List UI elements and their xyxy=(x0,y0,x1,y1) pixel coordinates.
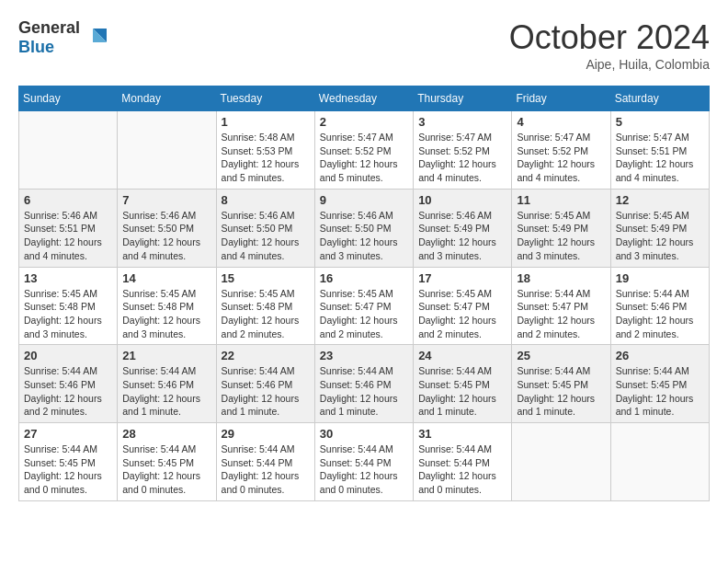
calendar-body: 1Sunrise: 5:48 AM Sunset: 5:53 PM Daylig… xyxy=(19,111,710,501)
calendar-cell: 30Sunrise: 5:44 AM Sunset: 5:44 PM Dayli… xyxy=(314,423,413,501)
calendar-week-5: 27Sunrise: 5:44 AM Sunset: 5:45 PM Dayli… xyxy=(19,423,710,501)
calendar-cell xyxy=(512,423,610,501)
day-info: Sunrise: 5:47 AM Sunset: 5:51 PM Dayligh… xyxy=(616,131,704,185)
calendar-cell: 27Sunrise: 5:44 AM Sunset: 5:45 PM Dayli… xyxy=(19,423,118,501)
calendar-cell: 21Sunrise: 5:44 AM Sunset: 5:46 PM Dayli… xyxy=(118,345,216,423)
calendar-week-1: 1Sunrise: 5:48 AM Sunset: 5:53 PM Daylig… xyxy=(19,111,710,190)
day-number: 12 xyxy=(616,193,704,207)
day-number: 26 xyxy=(616,349,704,362)
day-info: Sunrise: 5:44 AM Sunset: 5:44 PM Dayligh… xyxy=(222,442,310,497)
day-number: 22 xyxy=(222,349,310,362)
calendar-cell: 16Sunrise: 5:45 AM Sunset: 5:47 PM Dayli… xyxy=(314,267,413,345)
calendar-cell: 5Sunrise: 5:47 AM Sunset: 5:51 PM Daylig… xyxy=(610,111,709,190)
calendar-cell: 14Sunrise: 5:45 AM Sunset: 5:48 PM Dayli… xyxy=(118,267,216,345)
calendar-cell: 7Sunrise: 5:46 AM Sunset: 5:50 PM Daylig… xyxy=(118,189,216,267)
logo-text: General Blue xyxy=(18,18,80,57)
weekday-header-thursday: Thursday xyxy=(414,86,512,111)
calendar-cell: 9Sunrise: 5:46 AM Sunset: 5:50 PM Daylig… xyxy=(314,189,413,267)
day-number: 23 xyxy=(320,349,408,362)
calendar-cell: 13Sunrise: 5:45 AM Sunset: 5:48 PM Dayli… xyxy=(19,267,118,345)
day-info: Sunrise: 5:45 AM Sunset: 5:49 PM Dayligh… xyxy=(616,209,704,263)
day-info: Sunrise: 5:44 AM Sunset: 5:46 PM Dayligh… xyxy=(616,287,704,341)
calendar-cell xyxy=(118,111,216,190)
calendar-week-2: 6Sunrise: 5:46 AM Sunset: 5:51 PM Daylig… xyxy=(19,189,710,267)
day-info: Sunrise: 5:44 AM Sunset: 5:46 PM Dayligh… xyxy=(122,364,210,419)
calendar-cell: 15Sunrise: 5:45 AM Sunset: 5:48 PM Dayli… xyxy=(216,267,314,345)
calendar-cell: 18Sunrise: 5:44 AM Sunset: 5:47 PM Dayli… xyxy=(512,267,610,345)
day-info: Sunrise: 5:45 AM Sunset: 5:48 PM Dayligh… xyxy=(222,287,310,341)
calendar-cell: 17Sunrise: 5:45 AM Sunset: 5:47 PM Dayli… xyxy=(414,267,512,345)
calendar-cell xyxy=(610,423,709,501)
day-info: Sunrise: 5:47 AM Sunset: 5:52 PM Dayligh… xyxy=(320,131,408,185)
calendar-header: SundayMondayTuesdayWednesdayThursdayFrid… xyxy=(19,86,710,111)
day-info: Sunrise: 5:47 AM Sunset: 5:52 PM Dayligh… xyxy=(517,131,605,185)
calendar-cell: 20Sunrise: 5:44 AM Sunset: 5:46 PM Dayli… xyxy=(19,345,118,423)
title-section: October 2024 Aipe, Huila, Colombia xyxy=(509,18,710,72)
day-number: 28 xyxy=(122,427,210,441)
day-number: 7 xyxy=(122,193,210,207)
day-info: Sunrise: 5:44 AM Sunset: 5:46 PM Dayligh… xyxy=(222,364,310,419)
weekday-header-friday: Friday xyxy=(512,86,610,111)
day-number: 17 xyxy=(418,271,506,285)
weekday-header-saturday: Saturday xyxy=(610,86,709,111)
header: General Blue October 2024 Aipe, Huila, C… xyxy=(18,18,710,72)
day-info: Sunrise: 5:45 AM Sunset: 5:49 PM Dayligh… xyxy=(517,209,605,263)
calendar-cell: 4Sunrise: 5:47 AM Sunset: 5:52 PM Daylig… xyxy=(512,111,610,190)
day-number: 10 xyxy=(418,193,506,207)
day-info: Sunrise: 5:46 AM Sunset: 5:51 PM Dayligh… xyxy=(24,209,112,263)
weekday-header-wednesday: Wednesday xyxy=(314,86,413,111)
calendar-cell: 25Sunrise: 5:44 AM Sunset: 5:45 PM Dayli… xyxy=(512,345,610,423)
calendar-week-4: 20Sunrise: 5:44 AM Sunset: 5:46 PM Dayli… xyxy=(19,345,710,423)
day-number: 2 xyxy=(320,115,408,129)
day-info: Sunrise: 5:45 AM Sunset: 5:48 PM Dayligh… xyxy=(24,287,112,341)
day-number: 6 xyxy=(24,193,112,207)
weekday-header-tuesday: Tuesday xyxy=(216,86,314,111)
day-number: 18 xyxy=(517,271,605,285)
day-number: 13 xyxy=(24,271,112,285)
day-info: Sunrise: 5:45 AM Sunset: 5:47 PM Dayligh… xyxy=(418,287,506,341)
day-info: Sunrise: 5:44 AM Sunset: 5:45 PM Dayligh… xyxy=(418,364,506,419)
weekday-header-monday: Monday xyxy=(118,86,216,111)
location-subtitle: Aipe, Huila, Colombia xyxy=(509,57,710,72)
day-info: Sunrise: 5:46 AM Sunset: 5:50 PM Dayligh… xyxy=(222,209,310,263)
calendar-cell: 3Sunrise: 5:47 AM Sunset: 5:52 PM Daylig… xyxy=(414,111,512,190)
day-number: 29 xyxy=(222,427,310,441)
day-info: Sunrise: 5:46 AM Sunset: 5:50 PM Dayligh… xyxy=(122,209,210,263)
calendar-cell: 11Sunrise: 5:45 AM Sunset: 5:49 PM Dayli… xyxy=(512,189,610,267)
calendar-week-3: 13Sunrise: 5:45 AM Sunset: 5:48 PM Dayli… xyxy=(19,267,710,345)
day-number: 1 xyxy=(222,115,310,129)
logo-blue: Blue xyxy=(18,38,54,56)
logo-icon xyxy=(84,24,111,52)
day-info: Sunrise: 5:44 AM Sunset: 5:45 PM Dayligh… xyxy=(517,364,605,419)
day-info: Sunrise: 5:48 AM Sunset: 5:53 PM Dayligh… xyxy=(222,131,310,185)
day-info: Sunrise: 5:44 AM Sunset: 5:45 PM Dayligh… xyxy=(616,364,704,419)
day-number: 19 xyxy=(616,271,704,285)
calendar-cell: 10Sunrise: 5:46 AM Sunset: 5:49 PM Dayli… xyxy=(414,189,512,267)
calendar-cell: 23Sunrise: 5:44 AM Sunset: 5:46 PM Dayli… xyxy=(314,345,413,423)
calendar-cell: 31Sunrise: 5:44 AM Sunset: 5:44 PM Dayli… xyxy=(414,423,512,501)
day-info: Sunrise: 5:44 AM Sunset: 5:47 PM Dayligh… xyxy=(517,287,605,341)
day-info: Sunrise: 5:46 AM Sunset: 5:49 PM Dayligh… xyxy=(418,209,506,263)
day-info: Sunrise: 5:44 AM Sunset: 5:45 PM Dayligh… xyxy=(24,442,112,497)
weekday-header-sunday: Sunday xyxy=(19,86,118,111)
day-info: Sunrise: 5:46 AM Sunset: 5:50 PM Dayligh… xyxy=(320,209,408,263)
weekday-row: SundayMondayTuesdayWednesdayThursdayFrid… xyxy=(19,86,710,111)
day-number: 16 xyxy=(320,271,408,285)
day-number: 15 xyxy=(222,271,310,285)
day-number: 9 xyxy=(320,193,408,207)
calendar-cell: 24Sunrise: 5:44 AM Sunset: 5:45 PM Dayli… xyxy=(414,345,512,423)
day-number: 4 xyxy=(517,115,605,129)
day-number: 11 xyxy=(517,193,605,207)
calendar-cell: 19Sunrise: 5:44 AM Sunset: 5:46 PM Dayli… xyxy=(610,267,709,345)
calendar-cell: 26Sunrise: 5:44 AM Sunset: 5:45 PM Dayli… xyxy=(610,345,709,423)
day-info: Sunrise: 5:44 AM Sunset: 5:46 PM Dayligh… xyxy=(24,364,112,419)
calendar-cell: 2Sunrise: 5:47 AM Sunset: 5:52 PM Daylig… xyxy=(314,111,413,190)
month-title: October 2024 xyxy=(509,18,710,57)
calendar-cell: 12Sunrise: 5:45 AM Sunset: 5:49 PM Dayli… xyxy=(610,189,709,267)
calendar-cell: 1Sunrise: 5:48 AM Sunset: 5:53 PM Daylig… xyxy=(216,111,314,190)
calendar-cell: 28Sunrise: 5:44 AM Sunset: 5:45 PM Dayli… xyxy=(118,423,216,501)
day-info: Sunrise: 5:45 AM Sunset: 5:48 PM Dayligh… xyxy=(122,287,210,341)
day-number: 5 xyxy=(616,115,704,129)
logo-general: General xyxy=(18,18,80,37)
logo: General Blue xyxy=(18,18,111,57)
